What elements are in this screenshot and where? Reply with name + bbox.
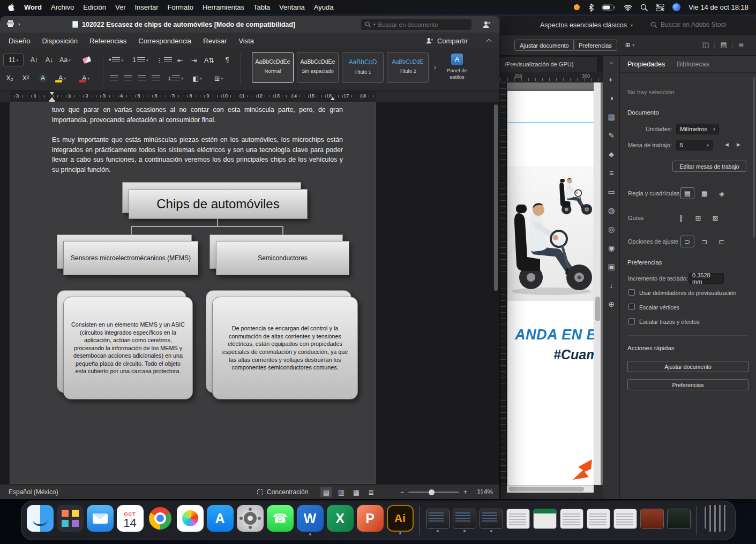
tab-referencias[interactable]: Referencias <box>89 37 126 45</box>
multilevel-list-button[interactable]: ⋮ <box>154 54 174 66</box>
language-status[interactable]: Español (México) <box>9 488 58 496</box>
minimized-window-thumbnail[interactable] <box>506 509 530 529</box>
minimized-window-thumbnail[interactable] <box>533 509 557 529</box>
preferences-button[interactable]: Preferencias <box>573 40 617 51</box>
dock-finder[interactable] <box>27 505 54 532</box>
bullets-button[interactable]: •▾ <box>107 54 125 66</box>
stroke-panel-icon[interactable]: ≡ <box>606 168 617 178</box>
expand-panels-icon[interactable]: » <box>610 60 613 66</box>
perspective-grid-icon[interactable]: ◈ <box>715 187 729 199</box>
diagram-title-box[interactable]: Chips de automóviles <box>129 189 308 219</box>
document-layout-icon[interactable]: ▤ <box>720 41 727 49</box>
dock-system-preferences[interactable] <box>237 505 264 532</box>
align-left-button[interactable] <box>107 72 120 85</box>
lock-guides-icon[interactable]: ⊞ <box>691 212 705 224</box>
qa-fit-document-button[interactable]: Ajustar documento <box>627 361 748 372</box>
dock-excel[interactable]: X <box>327 505 354 532</box>
artwork-hashtag[interactable]: #Cuam <box>553 347 594 362</box>
document-page[interactable]: tuvo que parar en varias ocasiones al no… <box>10 102 376 484</box>
diagram-node-semiconductores[interactable]: Semiconductores <box>216 241 349 275</box>
tab-correspondencia[interactable]: Correspondencia <box>138 37 191 45</box>
change-case-button[interactable]: Aa▾ <box>58 54 72 66</box>
layers-panel-icon[interactable]: ▣ <box>606 261 617 272</box>
print-layout-view-button[interactable]: ▤ <box>320 487 332 497</box>
cyan-guide-line[interactable] <box>507 122 594 123</box>
dock-whatsapp[interactable]: ☎ <box>267 505 294 532</box>
artboards-panel-icon[interactable]: ▭ <box>606 186 617 197</box>
snap-options-combo[interactable]: ⊞ ▾ <box>620 40 639 51</box>
canvas-vertical-scrollbar[interactable] <box>594 82 601 485</box>
snap-to-pixel-icon[interactable]: ⊏ <box>715 236 729 247</box>
minimized-window-thumbnail[interactable] <box>613 509 637 529</box>
read-mode-view-button[interactable]: ▥ <box>335 487 347 497</box>
show-guides-icon[interactable]: ∥ <box>674 212 688 224</box>
collapse-ribbon-icon[interactable] <box>486 39 492 44</box>
dock-launchpad[interactable] <box>57 505 84 532</box>
panel-menu-icon[interactable]: ≣ <box>738 41 744 49</box>
canvas-horizontal-scrollbar[interactable] <box>507 485 594 493</box>
menubar-clock[interactable]: Vie 14 de oct 18:18 <box>688 3 748 11</box>
edit-artboards-button[interactable]: Editar mesas de trabajo <box>672 161 746 172</box>
minimized-window-thumbnail[interactable] <box>426 509 450 529</box>
bluetooth-icon[interactable] <box>588 3 594 12</box>
clear-formatting-button[interactable] <box>80 54 93 66</box>
adobe-stock-search-input[interactable] <box>661 21 726 28</box>
scale-corners-checkbox[interactable] <box>628 304 635 310</box>
artboard-dropdown[interactable]: 5 ▾ <box>676 140 713 150</box>
highlight-color-button[interactable]: A▾ <box>53 72 72 85</box>
minimized-window-thumbnail[interactable] <box>560 509 583 529</box>
superscript-button[interactable]: X² <box>19 72 32 85</box>
grow-font-button[interactable]: A↑ <box>28 54 41 66</box>
style-titulo-1[interactable]: AaBbCcD Título 1 <box>342 52 384 83</box>
share-profile-icon[interactable] <box>482 21 491 28</box>
document-search-input[interactable] <box>378 21 468 28</box>
dock-chrome[interactable] <box>147 505 174 532</box>
export-panel-icon[interactable]: ↓ <box>606 280 617 291</box>
dock-illustrator[interactable]: Ai <box>387 505 414 532</box>
first-line-indent-marker[interactable] <box>50 92 54 95</box>
share-button[interactable]: Compartir <box>426 37 468 45</box>
decrease-indent-button[interactable]: ⇤ <box>174 54 186 66</box>
more-styles-button[interactable]: › <box>431 52 438 83</box>
tab-bibliotecas[interactable]: Bibliotecas <box>677 61 709 68</box>
preview-bounds-checkbox[interactable] <box>628 289 635 296</box>
next-artboard-icon[interactable]: ▶ <box>737 142 740 147</box>
menubar-app-name[interactable]: Word <box>24 3 42 11</box>
diagram-detail-mems[interactable]: Consisten en un elemento MEMS y un ASIC … <box>63 297 193 399</box>
diagram-node-mems[interactable]: Sensores microelectromécanicos (MEMS) <box>63 241 198 275</box>
outline-view-button[interactable]: ≣ <box>365 487 377 497</box>
recording-dot-icon[interactable] <box>574 4 580 10</box>
user-avatar-icon[interactable] <box>672 3 680 11</box>
arrange-documents-icon[interactable]: ◫ <box>702 41 709 49</box>
illustrator-vertical-ruler[interactable] <box>500 82 507 485</box>
color-guide-panel-icon[interactable]: ◑ <box>606 93 617 103</box>
previous-artboard-icon[interactable]: ◀ <box>725 142 729 147</box>
menu-ventana[interactable]: Ventana <box>279 3 305 11</box>
artwork-headline[interactable]: ANDA EN B <box>515 327 594 343</box>
keyboard-increment-input[interactable]: 0.3528 mm <box>688 273 724 284</box>
styles-pane-button[interactable]: A Panel de estilos <box>440 54 474 80</box>
numbering-button[interactable]: 1▾ <box>131 54 149 66</box>
zoom-slider-thumb[interactable] <box>429 489 435 495</box>
minimized-window-thumbnail[interactable] <box>453 509 476 529</box>
menu-insertar[interactable]: Insertar <box>135 3 159 11</box>
minimized-window-thumbnail[interactable] <box>667 509 691 529</box>
search-scope-icon[interactable]: ▾ <box>373 22 376 27</box>
shading-button[interactable]: ◧▾ <box>191 72 204 85</box>
workspace-switcher[interactable]: Aspectos esenciales clásicos ▾ <box>540 21 633 29</box>
zoom-slider[interactable] <box>408 492 459 493</box>
brushes-panel-icon[interactable]: ✎ <box>606 130 617 141</box>
zoom-in-button[interactable]: + <box>463 488 467 496</box>
line-spacing-button[interactable]: ↕▾ <box>166 72 185 85</box>
fit-document-button[interactable]: Ajustar documento <box>514 40 574 51</box>
rulers-icon[interactable]: ▤ <box>680 187 694 199</box>
wifi-icon[interactable] <box>624 4 632 11</box>
align-right-button[interactable] <box>135 72 148 85</box>
minimized-window-thumbnail[interactable] <box>480 509 503 529</box>
symbols-panel-icon[interactable]: ♣ <box>606 149 617 160</box>
artboard[interactable]: ANDA EN B #Cuam <box>507 91 594 485</box>
borders-button[interactable]: ⊞▾ <box>212 72 225 85</box>
shrink-font-button[interactable]: A↓ <box>43 54 56 66</box>
scale-strokes-checkbox[interactable] <box>628 318 635 324</box>
style-normal[interactable]: AaBbCcDdEe Normal <box>252 52 294 83</box>
